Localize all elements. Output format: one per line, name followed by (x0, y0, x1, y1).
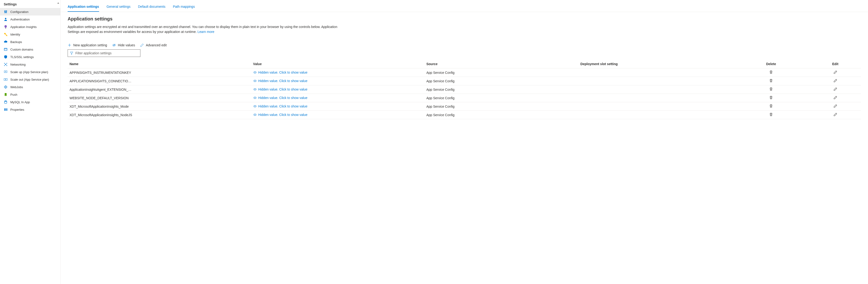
trash-icon (769, 79, 773, 83)
eye-icon (253, 96, 257, 99)
sidebar-item-push[interactable]: Push (0, 91, 60, 98)
sidebar-item-webjobs[interactable]: WebJobs (0, 83, 60, 91)
sidebar-item-networking[interactable]: Networking (0, 61, 60, 68)
sidebar-item-label: Identity (10, 33, 20, 36)
sliders-icon (4, 10, 7, 13)
setting-source: App Service Config (425, 111, 579, 119)
key-icon (4, 32, 7, 36)
setting-slot (579, 68, 733, 77)
col-header-slot[interactable]: Deployment slot setting (579, 60, 733, 68)
setting-source: App Service Config (425, 77, 579, 85)
tab-path-mappings[interactable]: Path mappings (173, 5, 195, 12)
eye-icon (253, 113, 257, 116)
sidebar-item-custom-domains[interactable]: Custom domains (0, 46, 60, 53)
setting-name[interactable]: APPLICATIONINSIGHTS_CONNECTION_STRING (69, 79, 133, 83)
svg-rect-25 (5, 108, 6, 111)
sidebar-item-label: Application Insights (10, 25, 37, 29)
sidebar-item-label: Push (10, 93, 18, 96)
col-header-name[interactable]: Name (68, 60, 251, 68)
show-value-link[interactable]: Hidden value. Click to show value (253, 113, 307, 117)
user-icon (4, 18, 7, 21)
sidebar-item-scale-up-app-service-plan-[interactable]: Scale up (App Service plan) (0, 68, 60, 76)
table-row: APPLICATIONINSIGHTS_CONNECTION_STRINGHid… (68, 77, 861, 85)
setting-slot (579, 111, 733, 119)
setting-name[interactable]: XDT_MicrosoftApplicationInsights_Mode (69, 105, 133, 108)
svg-rect-9 (4, 48, 7, 51)
sidebar-item-application-insights[interactable]: Application Insights (0, 23, 60, 31)
table-row: XDT_MicrosoftApplicationInsights_ModeHid… (68, 102, 861, 111)
table-row: WEBSITE_NODE_DEFAULT_VERSIONHidden value… (68, 94, 861, 102)
show-value-link[interactable]: Hidden value. Click to show value (253, 87, 307, 91)
svg-rect-24 (4, 108, 5, 111)
edit-button[interactable] (834, 87, 837, 91)
edit-button[interactable] (834, 96, 837, 100)
hide-values-label: Hide values (118, 43, 135, 47)
show-value-link[interactable]: Hidden value. Click to show value (253, 104, 307, 108)
svg-point-30 (254, 80, 255, 81)
filter-box[interactable] (68, 49, 141, 57)
sidebar-item-backups[interactable]: Backups (0, 38, 60, 46)
setting-name[interactable]: XDT_MicrosoftApplicationInsights_NodeJS (69, 113, 133, 117)
col-header-edit: Edit (810, 60, 861, 68)
show-value-link[interactable]: Hidden value. Click to show value (253, 96, 307, 100)
delete-button[interactable] (769, 87, 773, 91)
sidebar-item-label: Authentication (10, 18, 30, 21)
hidden-value-text: Hidden value. Click to show value (258, 96, 307, 100)
sidebar-item-scale-out-app-service-plan-[interactable]: Scale out (App Service plan) (0, 76, 60, 83)
tab-application-settings[interactable]: Application settings (68, 5, 99, 12)
collapse-caret-icon[interactable] (57, 2, 59, 4)
sidebar-item-mysql-in-app[interactable]: MySQL In App (0, 98, 60, 106)
push-icon (4, 93, 7, 96)
bulb-icon (4, 25, 7, 29)
svg-point-6 (5, 18, 6, 19)
hidden-value-text: Hidden value. Click to show value (258, 104, 307, 108)
hidden-value-text: Hidden value. Click to show value (258, 70, 307, 74)
hidden-value-text: Hidden value. Click to show value (258, 113, 307, 117)
svg-rect-5 (6, 11, 7, 11)
properties-icon (4, 108, 7, 111)
edit-button[interactable] (834, 113, 837, 116)
show-value-link[interactable]: Hidden value. Click to show value (253, 79, 307, 83)
edit-button[interactable] (834, 79, 837, 83)
sidebar-item-label: MySQL In App (10, 101, 30, 104)
sidebar-item-identity[interactable]: Identity (0, 31, 60, 38)
filter-input[interactable] (75, 51, 138, 55)
edit-button[interactable] (834, 104, 837, 108)
col-header-value[interactable]: Value (251, 60, 425, 68)
hide-values-button[interactable]: Hide values (112, 43, 135, 47)
sidebar-item-label: Scale up (App Service plan) (10, 70, 48, 74)
svg-point-20 (5, 87, 6, 87)
new-application-setting-button[interactable]: New application setting (68, 43, 107, 47)
edit-button[interactable] (834, 70, 837, 74)
trash-icon (769, 87, 773, 91)
delete-button[interactable] (769, 104, 773, 108)
learn-more-link[interactable]: Learn more (197, 30, 214, 34)
sidebar-item-configuration[interactable]: Configuration (0, 8, 60, 16)
delete-button[interactable] (769, 79, 773, 83)
sidebar-item-authentication[interactable]: Authentication (0, 16, 60, 23)
setting-name[interactable]: APPINSIGHTS_INSTRUMENTATIONKEY (69, 71, 133, 75)
tab-default-documents[interactable]: Default documents (138, 5, 165, 12)
setting-name[interactable]: ApplicationInsightsAgent_EXTENSION_VERSI… (69, 88, 133, 91)
setting-name[interactable]: WEBSITE_NODE_DEFAULT_VERSION (69, 96, 133, 100)
svg-rect-7 (5, 28, 6, 28)
col-header-source[interactable]: Source (425, 60, 579, 68)
svg-rect-4 (5, 12, 6, 12)
network-icon (4, 62, 7, 66)
main-content: Application settingsGeneral settingsDefa… (61, 0, 868, 284)
svg-point-31 (254, 89, 255, 90)
advanced-edit-button[interactable]: Advanced edit (140, 43, 167, 47)
scaleup-icon (4, 70, 7, 74)
delete-button[interactable] (769, 96, 773, 100)
tab-general-settings[interactable]: General settings (106, 5, 130, 12)
delete-button[interactable] (769, 113, 773, 116)
delete-button[interactable] (769, 70, 773, 74)
eye-icon (253, 71, 257, 74)
show-value-link[interactable]: Hidden value. Click to show value (253, 70, 307, 74)
trash-icon (769, 70, 773, 74)
sidebar-item-label: Properties (10, 108, 24, 111)
tab-bar: Application settingsGeneral settingsDefa… (61, 1, 868, 12)
sidebar-item-properties[interactable]: Properties (0, 106, 60, 113)
sidebar-item-tls-ssl-settings[interactable]: TLS/SSL settings (0, 53, 60, 61)
svg-rect-18 (6, 79, 7, 80)
